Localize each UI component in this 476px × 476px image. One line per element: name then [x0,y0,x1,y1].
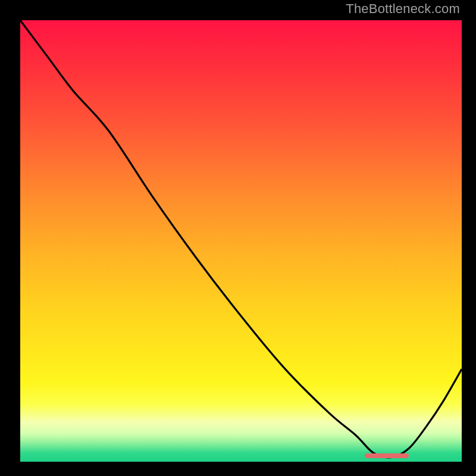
chart-line-svg [20,20,462,462]
chart-curve [20,20,462,458]
chart-heatmap-background [20,20,462,462]
watermark-label: TheBottleneck.com [346,1,460,17]
chart-frame: TheBottleneck.com [0,0,476,476]
